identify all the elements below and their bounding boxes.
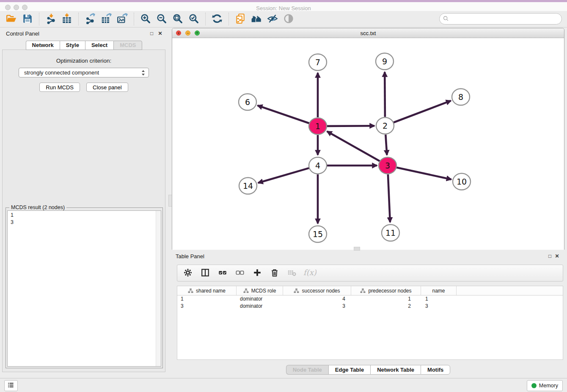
graph-node-11[interactable]: 11 [382,225,399,241]
horizontal-splitter-grip[interactable] [354,247,360,251]
import-network-button[interactable] [44,13,57,25]
search-input[interactable] [439,13,562,25]
node-table-header-row: shared nameMCDS rolesuccessor nodesprede… [177,286,563,295]
zoom-fit-button[interactable] [171,13,184,25]
optimization-criterion-select[interactable]: strongly connected component [19,68,149,77]
home-button[interactable] [250,13,263,25]
mcds-result-scrollbar[interactable] [156,211,161,366]
graph-node-10[interactable]: 10 [453,174,471,190]
mcds-result-text[interactable]: 1 3 [7,210,161,367]
columns-icon [201,268,210,279]
hide-graphics-details-button[interactable] [266,13,279,25]
control-panel-title: Control Panel [6,30,39,37]
edge-2-3[interactable] [385,135,387,155]
apply-layout-button[interactable] [211,13,223,25]
tab-style[interactable]: Style [60,41,85,50]
graph-node-6[interactable]: 6 [239,94,256,110]
graph-node-7[interactable]: 7 [309,54,327,71]
table-cell[interactable]: 1 [351,295,421,303]
table-row[interactable]: 1dominator411 [177,295,563,303]
tab-mcds[interactable]: MCDS [113,41,142,50]
create-column-button[interactable] [252,268,263,279]
edge-2-8[interactable] [394,101,451,123]
toggle-columns-button[interactable] [200,268,211,279]
optimization-criterion-label: Optimization criterion: [3,58,165,64]
column-header-MCDS-role[interactable]: MCDS role [237,286,283,295]
control-panel-float-icon[interactable]: □ [149,31,154,36]
table-settings-button[interactable] [182,268,193,279]
save-session-button[interactable] [21,13,34,25]
table-cell[interactable]: 3 [283,303,351,310]
export-image-button[interactable] [116,13,129,25]
deselect-all-columns-button[interactable] [234,268,245,279]
graph-node-1[interactable]: 1 [309,118,327,135]
birds-eye-icon [283,13,294,25]
task-history-button[interactable] [4,380,18,391]
clone-network-button[interactable] [234,13,247,25]
toolbar-group [79,13,134,25]
table-toolbar: f(x) [177,265,563,282]
tab-edge-table[interactable]: Edge Table [328,365,370,375]
network-canvas[interactable]: 7 9 6 8 1 2 4 3 14 10 15 11 [172,38,564,250]
table-panel-float-icon[interactable]: □ [547,254,553,259]
trash-icon [270,268,279,279]
edge-3-11[interactable] [388,174,390,222]
tab-network[interactable]: Network [26,41,60,50]
delete-table-icon [287,268,297,279]
node-table-body: 1dominator4113dominator323 [177,295,563,310]
table-cell[interactable]: dominator [237,295,283,303]
edge-4-14[interactable] [258,168,309,183]
graph-node-2[interactable]: 2 [376,118,394,134]
edge-1-2[interactable] [327,126,374,126]
column-header-successor-nodes[interactable]: successor nodes [283,286,351,295]
graph-node-8[interactable]: 8 [452,89,470,105]
graph-node-4[interactable]: 4 [309,157,327,174]
close-panel-button[interactable]: Close panel [86,83,128,92]
column-header-shared-name[interactable]: shared name [177,286,237,295]
graph-node-3[interactable]: 3 [379,157,396,174]
column-tree-icon [360,288,366,293]
zoom-in-button[interactable] [139,13,152,25]
tab-motifs[interactable]: Motifs [421,365,450,375]
table-cell[interactable]: 2 [351,303,421,310]
table-cell[interactable]: 3 [177,303,237,310]
window-title: Session: New Session [0,5,567,11]
table-panel-close-icon[interactable]: ✕ [554,254,560,259]
graph-node-9[interactable]: 9 [376,53,394,70]
graph-node-15[interactable]: 15 [309,226,327,243]
import-network-icon [45,13,56,25]
table-cell[interactable]: dominator [237,303,283,310]
export-table-button[interactable] [100,13,113,25]
graph-node-14[interactable]: 14 [239,178,257,194]
run-mcds-button[interactable]: Run MCDS [39,83,80,92]
table-row[interactable]: 3dominator323 [177,303,563,310]
table-cell[interactable]: 4 [283,295,351,303]
tab-select[interactable]: Select [85,41,113,50]
column-header-name[interactable]: name [421,286,457,295]
tab-network-table[interactable]: Network Table [370,365,421,375]
control-panel-close-icon[interactable]: ✕ [157,31,163,36]
memory-button[interactable]: Memory [527,380,563,391]
control-panel-tabs: NetworkStyleSelectMCDS [0,41,168,50]
delete-columns-button[interactable] [269,268,280,279]
column-header-predecessor-nodes[interactable]: predecessor nodes [351,286,421,295]
open-session-button[interactable] [5,13,18,25]
import-table-button[interactable] [61,13,73,25]
table-cell[interactable]: 1 [421,295,457,303]
clone-network-icon [235,13,246,25]
edge-3-1[interactable] [327,131,380,161]
tab-node-table[interactable]: Node Table [286,365,328,375]
export-network-button[interactable] [84,13,96,25]
eye-slash-icon [267,13,278,25]
zoom-out-button[interactable] [155,13,168,25]
network-window-titlebar: x – + scc.txt [172,28,564,38]
select-all-columns-button[interactable] [217,268,228,279]
mcds-result-group: MCDS result (2 nodes) 1 3 [6,207,163,368]
edge-3-10[interactable] [396,168,451,179]
edge-2-9[interactable] [385,72,385,117]
zoom-selected-button[interactable] [187,13,200,25]
table-cell[interactable]: 3 [421,303,457,310]
birds-eye-view-button[interactable] [282,13,295,25]
table-cell[interactable]: 1 [177,295,237,303]
edge-1-6[interactable] [258,105,310,123]
